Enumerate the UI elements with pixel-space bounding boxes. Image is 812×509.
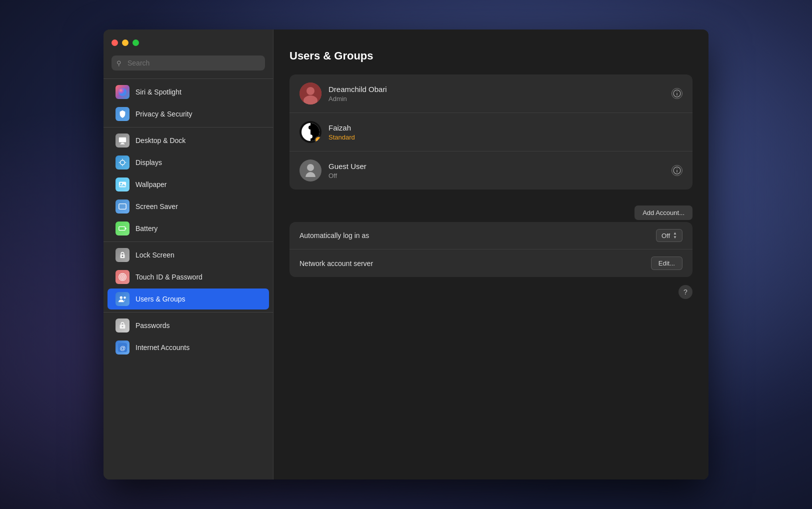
sidebar-item-passwords-label: Passwords	[136, 322, 170, 330]
auto-login-control: Off ▲ ▼	[656, 229, 682, 242]
avatar-dreamchild	[300, 82, 322, 104]
page-title: Users & Groups	[290, 50, 692, 62]
help-button[interactable]: ?	[678, 285, 692, 299]
sidebar-item-wallpaper[interactable]: Wallpaper	[108, 174, 269, 195]
sidebar-item-internet-label: Internet Accounts	[136, 344, 190, 352]
sidebar-item-privacy-label: Privacy & Security	[136, 110, 192, 118]
network-server-row: Network account server Edit...	[290, 250, 692, 277]
sidebar-divider-3	[104, 242, 273, 242]
sidebar-divider-top	[104, 78, 273, 79]
avatar-faizah	[300, 121, 322, 143]
svg-text:@: @	[120, 344, 126, 351]
touchid-icon	[116, 270, 130, 284]
svg-point-4	[120, 160, 125, 165]
main-content: Users & Groups Dreamchild Obari Admin	[274, 30, 708, 480]
user-row-faizah[interactable]: Faizah Standard	[290, 113, 692, 152]
info-button-dreamchild[interactable]	[672, 88, 682, 99]
displays-icon	[116, 156, 130, 170]
svg-rect-9	[119, 182, 126, 188]
siri-icon	[116, 85, 130, 99]
svg-point-20	[122, 276, 124, 278]
sidebar-divider-4	[104, 312, 273, 312]
svg-point-38	[676, 168, 678, 170]
close-button[interactable]	[112, 40, 118, 46]
screensaver-icon	[116, 200, 130, 214]
svg-point-0	[118, 88, 126, 96]
settings-card: Automatically log in as Off ▲ ▼ Network …	[290, 222, 692, 277]
svg-rect-12	[120, 204, 126, 208]
svg-point-34	[308, 126, 312, 130]
auto-login-stepper[interactable]: Off ▲ ▼	[656, 229, 682, 242]
users-card: Dreamchild Obari Admin	[290, 74, 692, 190]
passwords-icon	[116, 318, 130, 332]
search-input[interactable]	[112, 56, 265, 70]
sidebar-item-displays[interactable]: Displays	[108, 152, 269, 173]
sidebar-divider-2	[104, 127, 273, 128]
minimize-button[interactable]	[122, 40, 128, 46]
svg-point-17	[122, 256, 124, 257]
user-info-dreamchild: Dreamchild Obari Admin	[328, 84, 664, 103]
user-info-guest: Guest User Off	[328, 162, 664, 180]
sidebar-item-touchid[interactable]: Touch ID & Password	[108, 266, 269, 288]
auto-login-row: Automatically log in as Off ▲ ▼	[290, 222, 692, 250]
sidebar-item-users-label: Users & Groups	[136, 295, 186, 303]
user-role-dreamchild: Admin	[328, 95, 664, 102]
sidebar-item-lockscreen-label: Lock Screen	[136, 251, 174, 259]
lockscreen-icon	[116, 248, 130, 262]
sidebar-item-wallpaper-label: Wallpaper	[136, 180, 167, 188]
auto-login-label: Automatically log in as	[300, 232, 650, 240]
titlebar	[104, 30, 274, 56]
user-role-faizah: Standard	[328, 134, 682, 141]
svg-rect-15	[125, 228, 126, 230]
svg-rect-3	[120, 144, 125, 144]
sidebar-item-desktop-label: Desktop & Dock	[136, 136, 186, 144]
info-button-guest[interactable]	[672, 165, 682, 176]
wallpaper-icon	[116, 178, 130, 192]
privacy-icon	[116, 107, 130, 121]
sidebar-item-screensaver[interactable]: Screen Saver	[108, 196, 269, 217]
sidebar-item-touchid-label: Touch ID & Password	[136, 273, 202, 281]
faizah-active-badge	[314, 136, 322, 143]
sidebar-item-desktop[interactable]: Desktop & Dock	[108, 130, 269, 151]
user-name-guest: Guest User	[328, 162, 664, 172]
sidebar-item-internet[interactable]: @ Internet Accounts	[108, 337, 269, 358]
sidebar-item-privacy[interactable]: Privacy & Security	[108, 104, 269, 124]
svg-point-21	[120, 296, 122, 299]
maximize-button[interactable]	[132, 40, 139, 46]
add-account-row: Add Account...	[290, 200, 692, 222]
stepper-arrows: ▲ ▼	[673, 232, 677, 240]
svg-point-22	[124, 296, 126, 299]
sidebar-item-lockscreen[interactable]: Lock Screen	[108, 244, 269, 266]
user-name-dreamchild: Dreamchild Obari	[328, 84, 664, 94]
sidebar-item-displays-label: Displays	[136, 158, 162, 166]
sidebar-item-battery-label: Battery	[136, 224, 158, 232]
svg-rect-2	[121, 143, 124, 144]
user-row-guest[interactable]: Guest User Off	[290, 152, 692, 190]
sidebar: ⚲ Siri & Spotlight	[104, 30, 274, 480]
avatar-guest	[300, 160, 322, 182]
network-server-label: Network account server	[300, 260, 645, 268]
sidebar-item-users[interactable]: Users & Groups	[108, 288, 269, 310]
svg-point-35	[308, 134, 312, 138]
add-account-button[interactable]: Add Account...	[634, 206, 692, 220]
edit-button[interactable]: Edit...	[651, 256, 682, 270]
svg-point-28	[306, 87, 314, 95]
svg-rect-14	[120, 228, 124, 230]
user-row-dreamchild[interactable]: Dreamchild Obari Admin	[290, 74, 692, 113]
sidebar-item-passwords[interactable]: Passwords	[108, 315, 269, 336]
user-role-guest: Off	[328, 172, 664, 180]
auto-login-value: Off	[662, 232, 670, 240]
sidebar-item-siri[interactable]: Siri & Spotlight	[108, 82, 269, 102]
svg-point-10	[120, 182, 122, 184]
network-server-control: Edit...	[651, 256, 682, 270]
sidebar-item-siri-label: Siri & Spotlight	[136, 88, 182, 96]
battery-icon	[116, 222, 130, 236]
search-container: ⚲	[104, 56, 273, 76]
system-preferences-window: ⚲ Siri & Spotlight	[104, 30, 708, 480]
users-icon	[116, 292, 130, 306]
svg-point-32	[676, 92, 678, 92]
user-info-faizah: Faizah Standard	[328, 123, 682, 142]
guest-person-icon	[306, 164, 316, 177]
sidebar-item-battery[interactable]: Battery	[108, 218, 269, 239]
svg-rect-1	[119, 138, 126, 142]
